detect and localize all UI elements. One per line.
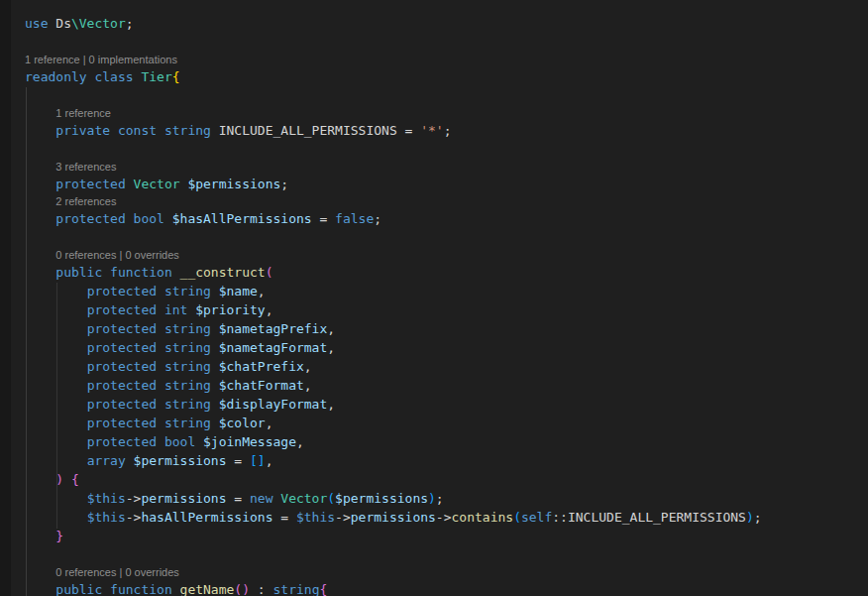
codelens-annotation[interactable]: 3 references (25, 159, 868, 175)
blank-line (25, 86, 868, 105)
code-lines: use Ds\Vector; 1 reference | 0 implement… (25, 14, 868, 596)
code-line: protected string $displayFormat, (25, 395, 868, 414)
codelens-annotation[interactable]: 0 references | 0 overrides (25, 247, 868, 263)
code-line: use Ds\Vector; (25, 14, 868, 33)
code-line: $this->hasAllPermissions = $this->permis… (25, 508, 868, 527)
code-line: protected string $nametagFormat, (25, 338, 868, 357)
code-line: ) { (25, 470, 868, 489)
code-line: readonly class Tier{ (25, 67, 868, 86)
code-line: protected string $chatFormat, (25, 376, 868, 395)
editor-screen: use Ds\Vector; 1 reference | 0 implement… (0, 0, 868, 596)
codelens-annotation[interactable]: 0 references | 0 overrides (25, 564, 868, 580)
code-line: protected bool $joinMessage, (25, 432, 868, 451)
code-editor[interactable]: use Ds\Vector; 1 reference | 0 implement… (0, 0, 868, 596)
blank-line (25, 228, 868, 247)
code-line: protected string $nametagPrefix, (25, 319, 868, 338)
code-line: public function __construct( (25, 263, 868, 282)
code-line: protected Vector $permissions; (25, 175, 868, 193)
codelens-annotation[interactable]: 2 references (25, 193, 868, 209)
codelens-annotation[interactable]: 1 reference | 0 implementations (25, 52, 868, 67)
code-line: array $permissions = [], (25, 451, 868, 470)
code-line: private const string INCLUDE_ALL_PERMISS… (25, 121, 868, 140)
code-line: protected string $color, (25, 414, 868, 432)
blank-line (25, 140, 868, 159)
code-line: $this->permissions = new Vector($permiss… (25, 489, 868, 508)
code-line: public function getName() : string{ (25, 580, 868, 596)
code-line: protected bool $hasAllPermissions = fals… (25, 209, 868, 228)
code-line: protected string $chatPrefix, (25, 357, 868, 376)
codelens-annotation[interactable]: 1 reference (25, 105, 868, 121)
code-line: protected int $priority, (25, 300, 868, 319)
code-line: protected string $name, (25, 282, 868, 300)
blank-line (25, 545, 868, 564)
blank-line (25, 33, 868, 52)
code-line: } (25, 527, 868, 545)
